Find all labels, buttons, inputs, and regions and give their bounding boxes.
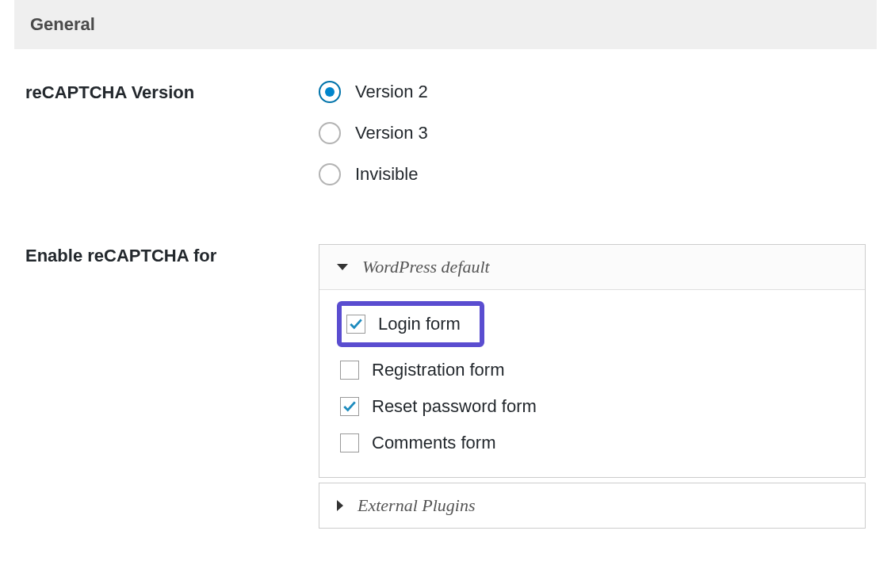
radio-label: Version 3 [355, 123, 428, 143]
radio-group-version: Version 2Version 3Invisible [319, 81, 866, 204]
checkbox-item-3[interactable]: Comments form [337, 425, 847, 461]
row-recaptcha-version: reCAPTCHA Version Version 2Version 3Invi… [0, 81, 891, 204]
row-enable-recaptcha: Enable reCAPTCHA for WordPress defaultLo… [0, 244, 891, 533]
accordion-0: WordPress defaultLogin formRegistration … [319, 244, 866, 478]
accordion-header[interactable]: External Plugins [319, 483, 865, 528]
label-enable-recaptcha: Enable reCAPTCHA for [25, 244, 319, 266]
checkbox-item-2[interactable]: Reset password form [337, 388, 847, 425]
checkbox-item-0[interactable]: Login form [337, 301, 484, 347]
radio-version-0[interactable]: Version 2 [319, 81, 866, 103]
accordion-1: External Plugins [319, 483, 866, 529]
checkbox-label: Reset password form [372, 396, 537, 417]
radio-label: Version 2 [355, 82, 428, 102]
section-header-general: General [14, 0, 877, 49]
accordion-header[interactable]: WordPress default [319, 245, 865, 290]
checkbox-item-1[interactable]: Registration form [337, 352, 847, 388]
radio-label: Invisible [355, 164, 418, 185]
radio-button-icon [319, 81, 341, 103]
accordion-container: WordPress defaultLogin formRegistration … [319, 244, 866, 533]
checkbox-label: Comments form [372, 433, 495, 453]
checkbox-label: Registration form [372, 360, 505, 380]
section-title: General [30, 14, 861, 35]
label-recaptcha-version: reCAPTCHA Version [25, 81, 319, 103]
checkbox-label: Login form [378, 314, 461, 334]
checkbox-icon [346, 315, 365, 334]
accordion-body: Login formRegistration formReset passwor… [319, 290, 865, 477]
accordion-title: External Plugins [358, 495, 475, 516]
radio-button-icon [319, 163, 341, 185]
checkbox-icon [340, 397, 359, 416]
chevron-down-icon [337, 264, 348, 270]
radio-button-icon [319, 122, 341, 144]
accordion-title: WordPress default [362, 257, 490, 277]
checkbox-icon [340, 433, 359, 452]
checkbox-icon [340, 361, 359, 380]
radio-version-1[interactable]: Version 3 [319, 122, 866, 144]
radio-version-2[interactable]: Invisible [319, 163, 866, 185]
chevron-right-icon [337, 500, 343, 511]
